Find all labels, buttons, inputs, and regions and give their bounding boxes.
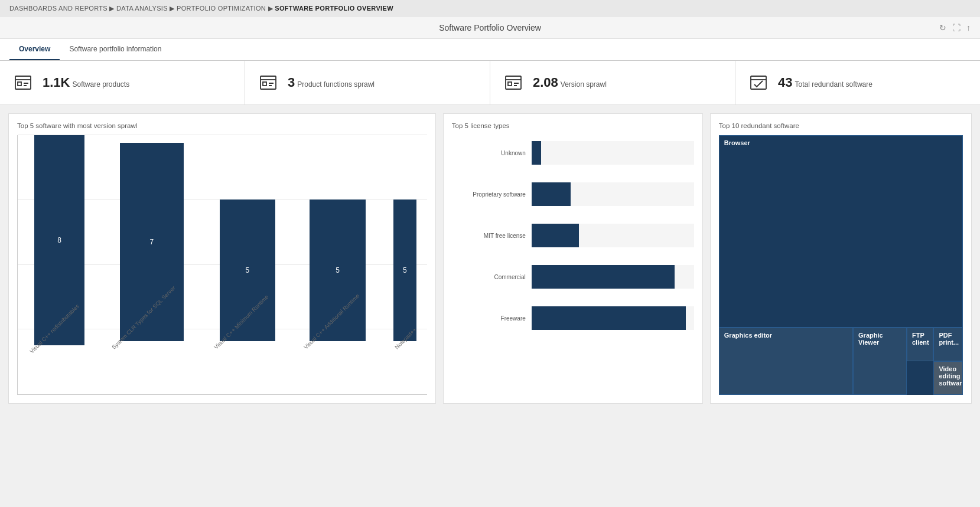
kpi-total-redundant-value: 43 [778,75,792,90]
kpi-product-functions-value: 3 [288,75,295,90]
license-types-title: Top 5 license types [452,122,694,129]
hbar-row: Proprietary software [452,182,694,206]
hbar-row: Unknown [452,141,694,165]
treemap-cell-label: Video editing software [939,365,963,387]
redundant-software-title: Top 10 redundant software [719,122,963,129]
main-content: Top 5 software with most version sprawl … [0,105,980,412]
treemap-cell[interactable]: Graphic Viewer [853,328,907,395]
title-bar: Software Portfolio Overview ↻ ⛶ ↑ [0,17,980,39]
version-sprawl-chart: 8Visual C++ redistributables7System CLR … [17,135,427,395]
kpi-product-functions-label: Product functions sprawl [297,80,375,89]
hbar-row: MIT free license [452,224,694,247]
kpi-total-redundant-label: Total redundant software [795,80,872,89]
hbar-track [532,182,694,206]
treemap-cell[interactable]: Browser [719,135,963,328]
bar-group: 7System CLR Types for SQL Server [106,135,197,394]
svg-rect-6 [751,76,766,89]
kpi-software-products-value: 1.1K [43,75,70,90]
version-sprawl-panel: Top 5 software with most version sprawl … [8,113,436,404]
hbar-label: Freeware [452,315,532,322]
bar[interactable]: 5 [310,199,366,341]
tab-overview[interactable]: Overview [9,39,60,60]
treemap-cell[interactable]: Graphics editor [719,328,853,395]
version-sprawl-title: Top 5 software with most version sprawl [17,122,427,129]
hbar-fill[interactable] [532,182,571,206]
treemap: BrowserGraphics editorGraphic ViewerFTP … [719,135,963,395]
hbar-label: Unknown [452,150,532,156]
hbar-fill[interactable] [532,265,675,289]
expand-icon[interactable]: ⛶ [952,23,961,32]
treemap-cell-label: Graphics editor [724,332,772,339]
hbar-track [532,265,694,289]
hbar-fill[interactable] [532,141,542,165]
redundant-software-panel: Top 10 redundant software BrowserGraphic… [710,113,972,404]
breadcrumb: DASHBOARDS AND REPORTS ▶ DATA ANALYSIS ▶… [0,0,980,17]
hbar-track [532,141,694,165]
license-types-panel: Top 5 license types UnknownProprietary s… [443,113,703,404]
treemap-cell[interactable]: Video editing software [933,361,963,395]
treemap-cell-label: PDF print... [939,332,959,346]
kpi-software-products-label: Software products [72,80,129,89]
svg-rect-3 [263,82,266,86]
bar-group: 5Visual C++ Additional Runtime [298,135,378,394]
svg-rect-1 [18,82,21,86]
breadcrumb-part-3[interactable]: PORTFOLIO OPTIMIZATION [177,5,266,12]
kpi-software-products-icon [12,71,34,94]
bar[interactable]: 8 [34,135,84,345]
hbar-track [532,224,694,247]
breadcrumb-part-2[interactable]: DATA ANALYSIS [116,5,168,12]
kpi-software-products[interactable]: 1.1K Software products [0,61,245,104]
treemap-cell-label: Graphic Viewer [858,332,901,346]
kpi-row: 1.1K Software products 3 Product functio… [0,61,980,105]
hbar-label: Commercial [452,274,532,280]
kpi-version-sprawl-label: Version sprawl [561,80,607,89]
treemap-cell[interactable]: PDF print... [933,328,963,361]
bar-group: 5Visual C++ Minimum Runtime [208,135,286,394]
hbar-fill[interactable] [532,224,579,247]
hbar-row: Commercial [452,265,694,289]
page-title: Software Portfolio Overview [439,23,541,32]
kpi-product-functions-icon [257,71,279,94]
hbar-row: Freeware [452,306,694,330]
hbar-label: MIT free license [452,233,532,239]
kpi-version-sprawl[interactable]: 2.08 Version sprawl [490,61,735,104]
tab-software-portfolio-info[interactable]: Software portfolio information [60,39,171,60]
bar-group: 8Visual C++ redistributables [24,135,95,394]
license-chart: UnknownProprietary softwareMIT free lice… [452,135,694,395]
bar-group: 5Notepad++ [389,135,421,394]
bar[interactable]: 5 [393,199,416,341]
hbar-fill[interactable] [532,306,686,330]
kpi-version-sprawl-icon [502,71,525,94]
kpi-product-functions[interactable]: 3 Product functions sprawl [245,61,490,104]
treemap-cell[interactable]: FTP client [907,328,933,361]
treemap-cell-label: Browser [724,139,750,146]
export-icon[interactable]: ↑ [966,23,971,32]
kpi-total-redundant-icon [747,71,770,94]
breadcrumb-part-1[interactable]: DASHBOARDS AND REPORTS [9,5,108,12]
hbar-label: Proprietary software [452,191,532,198]
kpi-version-sprawl-value: 2.08 [533,75,558,90]
treemap-cell-label: FTP client [912,332,929,346]
kpi-total-redundant[interactable]: 43 Total redundant software [735,61,980,104]
hbar-track [532,306,694,330]
svg-rect-5 [508,82,512,86]
tab-bar: Overview Software portfolio information [0,39,980,61]
breadcrumb-part-4: SOFTWARE PORTFOLIO OVERVIEW [275,5,393,12]
refresh-icon[interactable]: ↻ [939,23,946,32]
